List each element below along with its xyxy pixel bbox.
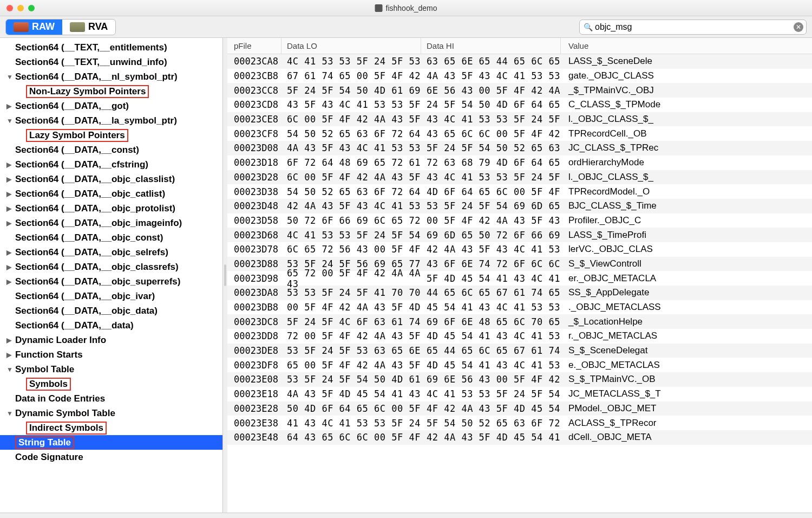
hex-row[interactable]: 00023CF854 50 52 65 63 6F 72 6443 65 6C … (227, 126, 812, 141)
cell-value: JC_CLASS_$_TPRec (561, 141, 812, 156)
app-icon (375, 4, 383, 12)
col-datahi-header[interactable]: Data HI (421, 38, 561, 54)
sidebar-item-label: Lazy Symbol Pointers (26, 129, 128, 142)
hex-row[interactable]: 00023E0853 5F 24 5F 54 50 4D 6169 6E 56 … (227, 372, 812, 387)
sidebar[interactable]: Section64 (__TEXT,__entitlements)Section… (0, 38, 223, 513)
hex-row[interactable]: 00023E3841 43 4C 41 53 53 5F 245F 54 50 … (227, 416, 812, 430)
sidebar-item[interactable]: Section64 (__DATA,__objc_data) (0, 303, 222, 318)
hex-row[interactable]: 00023CD843 5F 43 4C 41 53 53 5F24 5F 54 … (227, 98, 812, 112)
sidebar-item[interactable]: ▶Section64 (__DATA,__objc_superrefs) (0, 274, 222, 289)
sidebar-item[interactable]: ▶Section64 (__DATA,__cfstring) (0, 157, 222, 172)
hex-row[interactable]: 00023E4864 43 65 6C 6C 00 5F 4F42 4A 43 … (227, 430, 812, 445)
hex-row[interactable]: 00023DA853 53 5F 24 5F 41 70 7044 65 6C … (227, 286, 812, 300)
sidebar-item[interactable]: Non-Lazy Symbol Pointers (0, 84, 222, 99)
sidebar-item[interactable]: Indirect Symbols (0, 420, 222, 435)
hex-row[interactable]: 00023D186F 72 64 48 69 65 72 6172 63 68 … (227, 156, 812, 170)
sidebar-item[interactable]: Section64 (__DATA,__objc_ivar) (0, 289, 222, 303)
sidebar-item-label: Indirect Symbols (26, 422, 107, 435)
hex-row[interactable]: 00023DD872 00 5F 4F 42 4A 43 5F4D 45 54 … (227, 329, 812, 344)
window-title-text: fishhook_demo (386, 4, 437, 12)
hex-row[interactable]: 00023CE86C 00 5F 4F 42 4A 43 5F43 4C 41 … (227, 112, 812, 127)
cell-pfile: 00023DE8 (227, 344, 281, 358)
hex-row[interactable]: 00023D084A 43 5F 43 4C 41 53 535F 24 5F … (227, 141, 812, 156)
sidebar-item[interactable]: ▼Section64 (__DATA,__nl_symbol_ptr) (0, 69, 222, 84)
sidebar-item[interactable]: ▼Section64 (__DATA,__la_symbol_ptr) (0, 113, 222, 128)
cell-datahi: 65 44 65 6C 65 67 61 74 (421, 344, 561, 358)
disclosure-icon: ▼ (6, 410, 14, 417)
sidebar-item[interactable]: Symbols (0, 377, 222, 391)
hex-row[interactable]: 00023E2850 4D 6F 64 65 6C 00 5F4F 42 4A … (227, 402, 812, 416)
zoom-window-button[interactable] (28, 5, 35, 11)
sidebar-item[interactable]: Section64 (__DATA,__const) (0, 143, 222, 157)
hex-row[interactable]: 00023D5850 72 6F 66 69 6C 65 7200 5F 4F … (227, 213, 812, 228)
cell-value: ordHierarchyMode (561, 156, 812, 170)
cell-pfile: 00023CA8 (227, 54, 281, 69)
col-value-header[interactable]: Value (561, 38, 812, 54)
minimize-window-button[interactable] (17, 5, 24, 11)
sidebar-item[interactable]: Section64 (__TEXT,__entitlements) (0, 40, 222, 55)
sidebar-item[interactable]: ▶Function Starts (0, 347, 222, 362)
hex-row[interactable]: 00023D684C 41 53 53 5F 24 5F 5469 6D 65 … (227, 228, 812, 242)
sidebar-item[interactable]: ▶Section64 (__DATA,__objc_imageinfo) (0, 216, 222, 230)
disclosure-icon: ▶ (6, 249, 14, 256)
sidebar-item[interactable]: ▶Section64 (__DATA,__got) (0, 99, 222, 113)
hex-row[interactable]: 00023DB800 5F 4F 42 4A 43 5F 4D45 54 41 … (227, 300, 812, 315)
sidebar-item[interactable]: ▼Dynamic Symbol Table (0, 406, 222, 420)
cell-datalo: 64 43 65 6C 6C 00 5F 4F (281, 430, 421, 445)
disclosure-icon: ▶ (6, 205, 14, 212)
hex-row[interactable]: 00023E184A 43 5F 4D 45 54 41 434C 41 53 … (227, 387, 812, 402)
search-input[interactable] (579, 20, 807, 35)
sidebar-item[interactable]: ▶Section64 (__DATA,__objc_selrefs) (0, 245, 222, 260)
raw-tab[interactable]: RAW (6, 20, 62, 35)
sidebar-item[interactable]: Lazy Symbol Pointers (0, 128, 222, 143)
cell-pfile: 00023D68 (227, 228, 281, 242)
hex-row[interactable]: 00023D9865 72 00 5F 4F 42 4A 4A 435F 4D … (227, 271, 812, 286)
sidebar-item[interactable]: ▼Symbol Table (0, 362, 222, 377)
cell-pfile: 00023DF8 (227, 358, 281, 372)
rva-tab[interactable]: RVA (62, 20, 115, 35)
hex-row[interactable]: 00023DE853 5F 24 5F 53 63 65 6E65 44 65 … (227, 344, 812, 358)
cell-value: e._OBJC_METACLAS (561, 358, 812, 372)
hex-row[interactable]: 00023CB867 61 74 65 00 5F 4F 424A 43 5F … (227, 69, 812, 83)
hex-row[interactable]: 00023CC85F 24 5F 54 50 4D 61 696E 56 43 … (227, 83, 812, 98)
hex-row[interactable]: 00023DF865 00 5F 4F 42 4A 43 5F4D 45 54 … (227, 358, 812, 372)
sidebar-item-label: Dynamic Loader Info (15, 335, 106, 346)
sidebar-item[interactable]: Section64 (__DATA,__data) (0, 318, 222, 333)
sidebar-item[interactable]: Section64 (__DATA,__objc_const) (0, 230, 222, 245)
splitter[interactable] (223, 38, 227, 513)
sidebar-item[interactable]: String Table (0, 435, 222, 450)
sidebar-item[interactable]: Data in Code Entries (0, 391, 222, 406)
cell-datalo: 72 00 5F 4F 42 4A 43 5F (281, 329, 421, 344)
sidebar-item[interactable]: Section64 (__TEXT,__unwind_info) (0, 55, 222, 69)
cell-pfile: 00023D38 (227, 184, 281, 199)
sidebar-item-label: Section64 (__DATA,__objc_ivar) (15, 291, 155, 302)
sidebar-item-label: Section64 (__DATA,__objc_catlist) (15, 189, 165, 199)
cell-pfile: 00023E08 (227, 372, 281, 387)
hex-body[interactable]: 00023CA84C 41 53 53 5F 24 5F 5363 65 6E … (227, 54, 812, 513)
sidebar-item[interactable]: Code Signature (0, 450, 222, 464)
sidebar-item[interactable]: ▶Section64 (__DATA,__objc_classlist) (0, 172, 222, 186)
sidebar-item[interactable]: ▶Section64 (__DATA,__objc_protolist) (0, 201, 222, 216)
cell-value: ACLASS_$_TPRecor (561, 416, 812, 430)
hex-row[interactable]: 00023D3854 50 52 65 63 6F 72 644D 6F 64 … (227, 184, 812, 199)
cell-pfile: 00023CE8 (227, 112, 281, 127)
sidebar-item[interactable]: ▶Section64 (__DATA,__objc_catlist) (0, 186, 222, 201)
clear-search-button[interactable]: ✕ (794, 22, 803, 32)
hex-row[interactable]: 00023D4842 4A 43 5F 43 4C 41 5353 5F 24 … (227, 199, 812, 213)
col-pfile-header[interactable]: pFile (227, 38, 281, 54)
hex-row[interactable]: 00023CA84C 41 53 53 5F 24 5F 5363 65 6E … (227, 54, 812, 69)
hex-row[interactable]: 00023D786C 65 72 56 43 00 5F 4F42 4A 43 … (227, 242, 812, 257)
hex-row[interactable]: 00023DC85F 24 5F 4C 6F 63 61 7469 6F 6E … (227, 314, 812, 329)
cell-pfile: 00023DD8 (227, 329, 281, 344)
close-window-button[interactable] (6, 5, 13, 11)
cell-datalo: 65 72 00 5F 4F 42 4A 4A 43 (281, 271, 421, 286)
sidebar-item-label: Symbol Table (15, 364, 74, 375)
hex-row[interactable]: 00023D286C 00 5F 4F 42 4A 43 5F43 4C 41 … (227, 170, 812, 185)
cell-value: S_$_ViewControll (561, 257, 812, 271)
disclosure-icon: ▶ (6, 263, 14, 271)
col-datalo-header[interactable]: Data LO (281, 38, 421, 54)
sidebar-item-label: Section64 (__DATA,__objc_imageinfo) (15, 218, 182, 229)
cell-value: Profiler._OBJC_C (561, 213, 812, 228)
sidebar-item[interactable]: ▶Dynamic Loader Info (0, 333, 222, 347)
sidebar-item[interactable]: ▶Section64 (__DATA,__objc_classrefs) (0, 260, 222, 274)
